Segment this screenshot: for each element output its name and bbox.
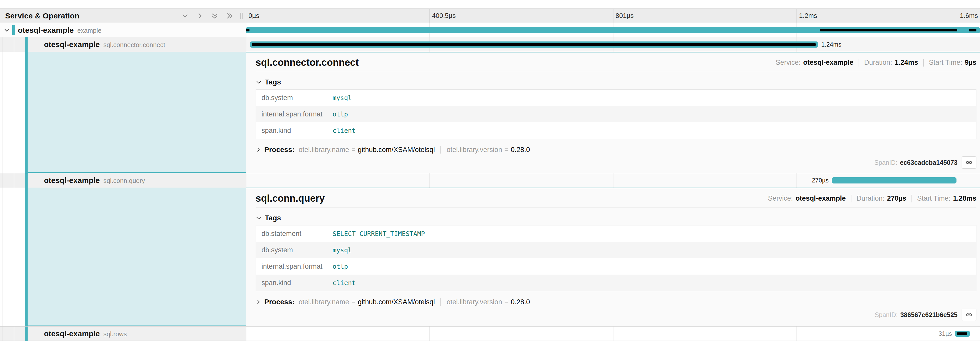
span-detail-row: sql.conn.query Service:otesql-example Du… [0,187,980,326]
start-time-value: 1.28ms [953,195,977,202]
span-bar[interactable] [955,331,969,337]
expand-all-icon[interactable] [226,12,233,20]
tags-section-toggle[interactable]: Tags [256,214,977,222]
tag-value: SELECT CURRENT_TIMESTAMP [332,230,425,237]
span-tree-fill [0,52,246,173]
process-key: otel.library.version [447,298,502,306]
trace-timeline-view: Service & Operation 0µs 400.5µs 801µs 1.… [0,0,980,347]
tag-row: span.kindclient [256,122,976,139]
service-operation-title: Service & Operation [5,11,80,20]
span-bar-cell[interactable]: 31µs [246,326,980,341]
span-id-row: SpanID: ec63cadcba145073 [256,156,977,169]
top-strip [0,0,980,8]
ruler-gridline [613,9,614,23]
bottom-filler [0,341,980,347]
service-color-marker [12,25,15,35]
timeline-ruler[interactable]: 0µs 400.5µs 801µs 1.2ms 1.6ms [246,9,980,23]
service-name: otesql-example [44,176,100,184]
collapse-all-icon[interactable] [211,12,218,20]
span-id-label: SpanID: [875,311,898,318]
chevron-down-icon[interactable] [3,27,10,34]
span-link-button[interactable] [962,309,977,321]
tag-value: mysql [332,246,352,254]
expand-one-icon[interactable] [196,12,204,20]
process-value: 0.28.0 [511,146,530,154]
process-key: otel.library.version [447,146,502,154]
span-id-label: SpanID: [874,159,897,166]
tag-row: span.kindclient [256,275,976,291]
span-bar-cell[interactable]: 270µs [246,173,980,187]
operation-name: example [77,27,102,34]
operation-name: sql.conn.query [103,177,145,184]
service-value: otesql-example [803,59,853,67]
tag-row: internal.span.formatotlp [256,106,976,122]
service-name: otesql-example [44,40,100,49]
collapse-one-icon[interactable] [181,12,189,20]
process-section-toggle[interactable]: Process: otel.library.name=github.com/XS… [256,298,977,306]
span-tree-fill [0,187,246,326]
span-detail-meta: Service:otesql-example Duration:270µs St… [768,195,977,202]
span-duration-label: 31µs [939,326,952,341]
span-duration-label: 1.24ms [821,37,842,52]
tag-value: client [332,127,356,134]
start-time-label: Start Time: [917,195,951,202]
process-value: github.com/XSAM/otelsql [358,298,435,306]
process-section-toggle[interactable]: Process: otel.library.name=github.com/XS… [256,146,977,154]
process-key: otel.library.name [299,146,349,154]
span-bar[interactable] [246,27,980,33]
span-name-cell[interactable]: otesql-exampleexample [0,23,246,37]
span-row-sql-conn-query: otesql-examplesql.conn.query 270µs [0,173,980,187]
tag-value: client [332,279,356,286]
tags-section-toggle[interactable]: Tags [256,78,977,86]
tags-section-label: Tags [265,78,281,86]
process-key: otel.library.name [299,298,349,306]
tag-key: db.system [256,94,332,102]
tag-key: span.kind [256,127,332,134]
tag-value: mysql [332,94,352,102]
tag-row: internal.span.formatotlp [256,258,976,275]
span-detail-title: sql.connector.connect [256,57,359,68]
span-bar-cell[interactable] [246,23,980,37]
tags-table: db.statementSELECT CURRENT_TIMESTAMP db.… [256,225,977,291]
divider [441,298,441,306]
service-name: otesql-example [44,329,100,338]
ruler-tick-3: 1.2ms [799,9,817,23]
span-bar[interactable] [250,42,818,48]
ruler-tick-2: 801µs [616,9,634,23]
service-operation-header: Service & Operation [0,9,246,23]
span-link-button[interactable] [962,156,977,169]
service-label: Service: [768,195,793,202]
service-color-marker [25,37,28,52]
column-resizer-handle[interactable] [240,13,243,19]
divider [256,72,977,72]
chevron-down-icon [256,215,262,221]
process-value: 0.28.0 [511,298,530,306]
span-name-cell[interactable]: otesql-examplesql.connector.connect [0,37,246,52]
span-name-cell[interactable]: otesql-examplesql.rows [0,326,246,341]
tags-section-label: Tags [265,214,281,222]
span-name-cell[interactable]: otesql-examplesql.conn.query [0,173,246,187]
tag-row: db.statementSELECT CURRENT_TIMESTAMP [256,225,976,242]
service-name: otesql-example [18,26,74,34]
tag-value: otlp [332,110,348,118]
span-bar-cell[interactable]: 1.24ms [246,37,980,52]
span-row-sql-connector-connect: otesql-examplesql.connector.connect 1.24… [0,37,980,52]
duration-label: Duration: [864,59,892,67]
span-id-value: ec63cadcba145073 [900,159,958,166]
span-bar[interactable] [832,177,956,184]
divider [441,146,441,154]
tag-row: db.systemmysql [256,242,976,258]
tag-key: span.kind [256,279,332,287]
process-label: Process: [264,146,294,154]
start-time-value: 9µs [965,59,977,67]
tag-key: db.statement [256,230,332,238]
chevron-right-icon [256,299,261,305]
span-duration-label: 270µs [812,173,829,187]
ruler-gridline [797,9,797,23]
span-detail-panel: sql.conn.query Service:otesql-example Du… [246,187,980,326]
divider [912,195,912,202]
span-detail-meta: Service:otesql-example Duration:1.24ms S… [776,59,977,67]
divider [851,195,851,202]
link-icon [965,159,973,166]
tags-table: db.systemmysql internal.span.formatotlp … [256,89,977,139]
